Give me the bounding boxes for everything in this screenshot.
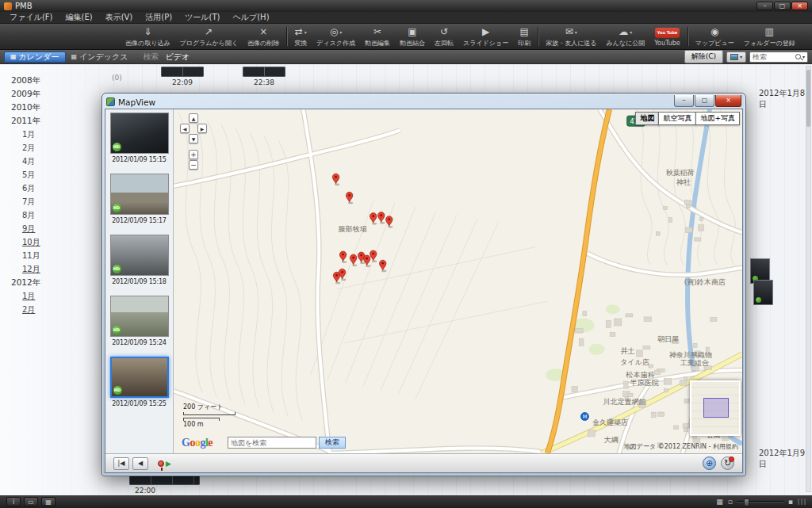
- dialog-title: MapView: [118, 97, 155, 107]
- sync-button[interactable]: ↻: [721, 456, 734, 470]
- slider-handle[interactable]: [744, 498, 749, 506]
- maximize-button[interactable]: ▢: [774, 2, 791, 10]
- toolbar-separator: [538, 27, 538, 46]
- edit-video-button[interactable]: ✂動画編集: [360, 25, 395, 48]
- mapview-thumbnail[interactable]: HD2012/01/09 15:25: [109, 357, 170, 407]
- clear-filter-button[interactable]: 解除(C): [684, 50, 723, 63]
- mapview-thumbnail[interactable]: HD2012/01/09 15:15: [109, 113, 170, 163]
- menu-item-4[interactable]: ツール(T): [178, 12, 226, 23]
- overview-inset-map[interactable]: [690, 380, 741, 436]
- video-filmstrip[interactable]: [243, 67, 285, 77]
- prev-pin-button[interactable]: ◀: [132, 457, 148, 470]
- media-type-combo[interactable]: ▾: [726, 52, 746, 63]
- mapview-thumbnail[interactable]: HD2012/01/09 15:17: [109, 174, 170, 224]
- dialog-minimize-button[interactable]: –: [674, 95, 694, 107]
- minimize-button[interactable]: –: [756, 2, 773, 10]
- vertical-scrollbar[interactable]: [806, 66, 811, 492]
- pin-playback-control[interactable]: ▶: [158, 460, 171, 468]
- menu-item-1[interactable]: 編集(E): [59, 12, 99, 23]
- mapview-thumbnail-list: HD2012/01/09 15:15HD2012/01/09 15:17HD20…: [105, 109, 174, 453]
- close-button[interactable]: ×: [791, 2, 808, 10]
- map-type-map-button[interactable]: 地図: [635, 112, 659, 125]
- import-images-icon: ⇓: [144, 26, 151, 37]
- scrollbar-thumb[interactable]: [806, 70, 810, 127]
- folder-button[interactable]: ▭: [24, 497, 38, 506]
- filmstrip-time: 22:38: [243, 78, 285, 86]
- combine-video-button[interactable]: ▣動画結合: [395, 25, 430, 48]
- toolbar-item-label: 変換: [294, 39, 307, 48]
- convert-icon: ⇄: [295, 26, 303, 37]
- thumbnail-small-icon: ▫: [728, 498, 733, 506]
- pan-up-button[interactable]: ▲: [189, 113, 198, 123]
- share-public-button[interactable]: ☁▾みんなに公開: [602, 25, 650, 48]
- print-icon: ▤: [519, 26, 528, 37]
- import-images-button[interactable]: ⇓画像の取り込み: [121, 25, 175, 48]
- map-type-hybrid-button[interactable]: 地図+写真: [695, 112, 740, 125]
- search-input[interactable]: [753, 53, 794, 61]
- thumbnail-size-slider[interactable]: [737, 501, 783, 502]
- hd-badge: HD: [113, 143, 121, 151]
- tab-calendar[interactable]: ▦ カレンダー: [4, 52, 66, 63]
- mapview-thumbnail[interactable]: HD2012/01/09 15:18: [109, 235, 170, 285]
- pan-left-button[interactable]: ◀: [180, 124, 190, 133]
- toolbar-item-label: プログラムから開く: [180, 39, 239, 48]
- dialog-maximize-button[interactable]: ▢: [695, 95, 714, 107]
- dialog-title-bar[interactable]: MapView – ▢ ×: [105, 95, 743, 109]
- dropdown-arrow-icon: ▾: [339, 29, 342, 35]
- delete-images-button[interactable]: ×画像の削除: [243, 25, 284, 48]
- map-search-input[interactable]: [228, 437, 316, 449]
- toolbar-icon-row: ⇓: [144, 26, 151, 38]
- video-thumbnail-image: HD: [110, 113, 169, 154]
- count-label: (0): [112, 74, 122, 82]
- globe-button[interactable]: ⊕: [703, 456, 716, 470]
- open-with-program-button[interactable]: ↗プログラムから開く: [175, 25, 243, 48]
- dropdown-arrow-icon: ▾: [304, 29, 307, 35]
- chart-button[interactable]: ▦: [41, 497, 56, 506]
- print-button[interactable]: ▤印刷: [513, 25, 535, 48]
- dialog-close-button[interactable]: ×: [715, 95, 741, 107]
- slideshow-button[interactable]: ▶スライドショー: [458, 25, 513, 48]
- rotate-left-button[interactable]: ↺左回転: [430, 25, 458, 48]
- map-search-bar: 検索: [228, 437, 346, 449]
- map-scale: 200 フィート 100 m: [183, 403, 236, 428]
- toolbar-icon-row: ↗: [205, 26, 213, 38]
- first-pin-button[interactable]: |◀: [113, 457, 129, 470]
- place-label-5: 井土: [621, 347, 635, 355]
- video-filmstrip[interactable]: [161, 67, 204, 77]
- filter-value: ビデオ: [165, 52, 190, 63]
- search-arrow-icon[interactable]: ▾: [802, 54, 805, 59]
- menu-item-2[interactable]: 表示(V): [99, 12, 140, 23]
- hd-badge: HD: [113, 265, 121, 273]
- place-label-7: 神奈川県織物: [669, 351, 712, 359]
- zoom-out-button[interactable]: −: [189, 160, 198, 170]
- create-disc-button[interactable]: ◎▾ディスク作成: [312, 25, 360, 48]
- map-type-satellite-button[interactable]: 航空写真: [658, 112, 696, 125]
- toolbar-separator: [688, 27, 688, 46]
- toolbar-icon-row: ▥: [765, 26, 774, 38]
- video-thumbnail[interactable]: [753, 280, 773, 305]
- register-folder-button[interactable]: ▥フォルダーの登録: [739, 25, 800, 48]
- menu-item-3[interactable]: 活用(P): [139, 12, 178, 23]
- pan-down-button[interactable]: ▼: [189, 134, 198, 143]
- search-icon[interactable]: [795, 54, 801, 59]
- map-canvas[interactable]: 412 M 服部牧場秋葉稲荷神社(資)鈴木商店朝日屋井土タイル店神奈川県織物工業…: [174, 109, 742, 453]
- map-view-button[interactable]: ◉マップビュー: [691, 25, 739, 48]
- send-family-icon: ✉: [565, 26, 573, 37]
- app-icon: [4, 2, 12, 10]
- menu-item-5[interactable]: ヘルプ(H): [227, 12, 276, 23]
- send-family-button[interactable]: ✉▾家族・友人に送る: [541, 25, 601, 48]
- menu-item-0[interactable]: ファイル(F): [3, 12, 59, 23]
- grid-view-icon[interactable]: ▦: [716, 498, 723, 506]
- toolbar-icon-row: ◉: [710, 26, 718, 38]
- toolbar-item-label: 動画結合: [400, 39, 425, 48]
- create-disc-icon: ◎: [330, 26, 338, 37]
- map-search-button[interactable]: 検索: [319, 437, 346, 449]
- pan-right-button[interactable]: ▶: [197, 124, 207, 133]
- mapview-thumbnail[interactable]: HD2012/01/09 15:24: [109, 296, 170, 346]
- convert-button[interactable]: ⇄▾変換: [289, 25, 312, 48]
- sidebar-year-2008年[interactable]: 2008年: [11, 74, 119, 87]
- zoom-in-button[interactable]: +: [189, 150, 198, 159]
- info-button[interactable]: i: [6, 497, 21, 506]
- youtube-button[interactable]: You TubeYouTube: [649, 26, 685, 48]
- tab-index[interactable]: ▦ インデックス: [66, 52, 134, 63]
